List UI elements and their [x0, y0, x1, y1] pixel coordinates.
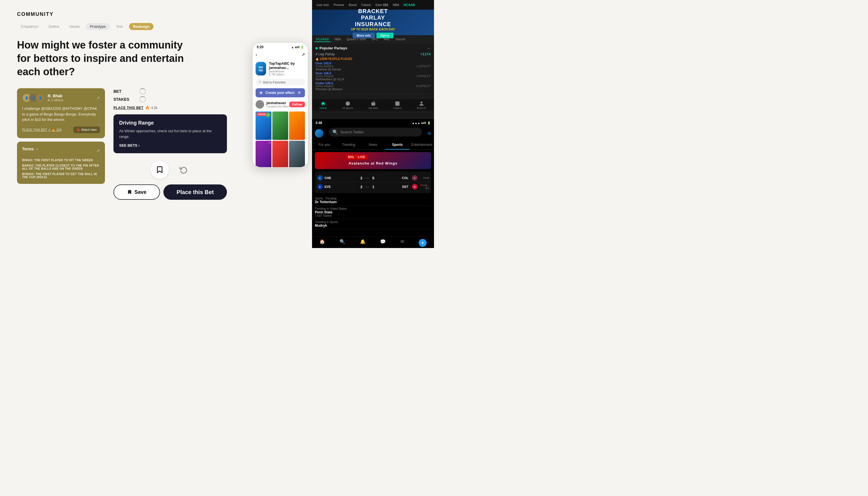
tw-search-placeholder[interactable]: Search Twitter [341, 130, 419, 134]
dk-nav-boost[interactable]: Boost [347, 2, 358, 7]
dk-tab-nba[interactable]: NBA [333, 37, 343, 42]
see-bets-link[interactable]: SEE BETS › [119, 143, 221, 148]
tab-prototype[interactable]: Prototype [86, 23, 110, 30]
challenge-card: 👤 👤 👤 R. Bhak & 3 others ↗ I challenge @… [17, 88, 105, 138]
dk-nav-earn[interactable]: Earn $$$ [374, 2, 390, 7]
save-button[interactable]: Save [113, 184, 160, 200]
nav-tabs: Empathize Define Ideate Prototype Test R… [17, 23, 295, 30]
tw-trending-2[interactable]: Trending in United States Penn State 7,5… [315, 206, 431, 219]
stakes-row: STAKES [113, 96, 227, 103]
tw-tab-sports[interactable]: Sports [385, 140, 410, 150]
video-grid: Official Y Q G [256, 111, 305, 167]
dk-nav-promos[interactable]: Promos [332, 2, 346, 7]
tw-search-icon: 🔍 [332, 129, 338, 135]
place-bet-link[interactable]: PLACE THIS BET ↗ 🔥 319 [22, 128, 62, 131]
tw-tab-entertainment[interactable]: Entertainment [410, 140, 434, 150]
letter-y: Y [266, 112, 271, 118]
back-button[interactable]: ‹ [256, 52, 257, 57]
user-sub: & 3 others [48, 98, 63, 102]
dk-nav-casino[interactable]: Casino [359, 2, 373, 7]
dk-nav-account[interactable]: $133.07 [417, 101, 426, 110]
battery-icon: 🔋 [300, 46, 304, 49]
dk-nav-casino-bottom[interactable]: Casino [393, 101, 401, 110]
dk-more-info-button[interactable]: More info [352, 33, 375, 38]
tab-ideate[interactable]: Ideate [65, 23, 84, 30]
video-thumb-1[interactable]: Official Y [256, 111, 271, 140]
create-effect-button[interactable]: ⊕ Create your effect ✕ [256, 88, 305, 97]
tw-det-score: 1 [370, 185, 376, 189]
tw-notifications-icon[interactable]: 💬 [380, 239, 386, 247]
dk-opt-in-button[interactable]: Opt in [376, 33, 393, 38]
collapse-icon[interactable]: — [427, 46, 431, 50]
dk-nav-live[interactable]: Live now [315, 2, 330, 7]
dk-parlay-header: 4 Leg Parlay +1174 [315, 52, 431, 56]
terms-item-bingo: BINGO: THE FIRST PLAYER TO HIT THE GREEN [22, 159, 100, 162]
card-user-info: 👤 👤 👤 R. Bhak & 3 others [22, 93, 63, 103]
tw-score-divider: — [366, 176, 369, 180]
tw-che-name: CHE [325, 176, 331, 180]
dk-time-3: 6:10PM ET [416, 84, 431, 88]
tw-nhl-banner[interactable]: NHL · LIVE Avalanche at Red Wings [315, 152, 431, 169]
tab-define[interactable]: Define [45, 23, 63, 30]
watch-later-button[interactable]: 🔖 Watch later [74, 126, 100, 133]
tab-redesign[interactable]: Redesign [129, 23, 154, 30]
terms-share-icon[interactable]: ↗ [96, 148, 100, 154]
tw-search-bottom-icon[interactable]: 🔍 [340, 239, 345, 247]
fire-icon: 🔥 [145, 106, 149, 110]
tw-trending-1-category: Sports · Trending [315, 197, 431, 200]
tw-trending-1[interactable]: Sports · Trending Dr Tottenham [315, 196, 431, 206]
action-row [113, 160, 227, 179]
dk-nav-ncaab[interactable]: NCAAB [402, 2, 417, 7]
video-thumb-6[interactable] [289, 141, 305, 167]
tw-team-col: COL C [376, 175, 417, 181]
refresh-button[interactable] [177, 164, 190, 176]
tw-mail-icon[interactable]: ✉ [400, 239, 404, 247]
phone-share-button[interactable]: ↗ [301, 52, 305, 57]
tw-trending-2-name: Penn State [315, 210, 431, 214]
dk-tab-soccer[interactable]: Soccer [394, 37, 407, 42]
tw-user-avatar[interactable] [315, 129, 323, 138]
tw-bell-icon[interactable]: 🔔 [360, 239, 366, 247]
creator-info: janmahavan Created this effect [266, 101, 289, 108]
terms-header: Terms → ↗ [22, 147, 100, 155]
phone-status-icons: ▲ wifi 🔋 [291, 46, 304, 49]
place-this-bet-button[interactable]: Place this Bet [163, 184, 227, 200]
video-thumb-3[interactable] [289, 111, 305, 140]
dk-nav-home[interactable]: Home [320, 101, 327, 110]
close-icon[interactable]: ✕ [298, 91, 301, 95]
dk-nav-all-sports[interactable]: All Sports [342, 101, 353, 110]
tw-wifi-icon: wifi [421, 122, 426, 125]
video-thumb-5[interactable] [272, 141, 288, 167]
follow-button[interactable]: Follow [289, 102, 305, 107]
bookmark-button[interactable] [151, 160, 169, 179]
dk-popular-section: Popular Parlays — 4 Leg Parlay +1174 🔥 1… [312, 44, 434, 98]
place-bet-text[interactable]: PLACE THIS BET [113, 106, 144, 110]
tw-col-logo: C [412, 175, 417, 181]
dk-nav-nba[interactable]: NBA [391, 2, 401, 7]
tw-compose-button[interactable]: + [419, 239, 427, 247]
tw-home-icon[interactable]: 🏠 [319, 239, 325, 247]
tw-tab-news[interactable]: News [361, 140, 385, 150]
tw-tab-foryou[interactable]: For you [312, 140, 336, 150]
video-thumb-4[interactable]: Q G [256, 141, 271, 167]
tw-col-score: 5 [370, 176, 376, 180]
phone-content: ‹ ↗ taptap TapTapABC by janmahav... janm… [253, 50, 308, 167]
user-details: R. Bhak & 3 others [48, 94, 63, 102]
tw-trending-3[interactable]: Trending in Sports Mudryk [315, 219, 431, 229]
dk-nav-my-bets[interactable]: My Bets [369, 101, 378, 110]
tw-settings-icon[interactable]: ⚙ [427, 131, 431, 136]
driving-range-card: Driving Range As Winter approaches, chec… [113, 114, 227, 153]
tw-battery-icon: 🔋 [427, 122, 431, 125]
tab-test[interactable]: Test [112, 23, 127, 30]
add-favorites-button[interactable]: 🤍 Add to Favorites [256, 79, 305, 86]
place-count: 4.2k [151, 106, 158, 110]
tw-tab-trending[interactable]: Trending [336, 140, 361, 150]
tab-empathize[interactable]: Empathize [17, 23, 42, 30]
tw-che-logo: C [317, 175, 323, 181]
dk-parlay-item: 4 Leg Parlay +1174 🔥 13699 PEOPLE PLACED… [315, 52, 431, 94]
tw-time: 3:46 [315, 121, 322, 125]
share-icon[interactable]: ↗ [96, 95, 100, 101]
dk-parlay-name: 4 Leg Parlay [315, 52, 334, 56]
video-thumb-2[interactable] [272, 111, 288, 140]
dk-tab-ncaabb[interactable]: NCAABB [314, 37, 330, 42]
